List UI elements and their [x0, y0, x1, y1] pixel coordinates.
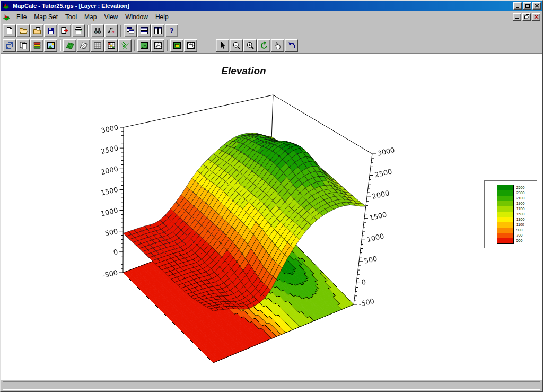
zoom-out-button[interactable]	[230, 39, 243, 52]
menu-item-map-set[interactable]: Map Set	[30, 12, 62, 22]
legend-label-500: 500	[516, 238, 525, 243]
shaded-grid-icon	[66, 41, 74, 50]
print-button[interactable]	[72, 24, 85, 37]
menu-item-file[interactable]: File	[13, 12, 30, 22]
legend-swatch-2100	[497, 196, 513, 201]
folder-page-button[interactable]	[30, 24, 43, 37]
mdi-close-button[interactable]	[532, 13, 540, 21]
copy-map-icon	[19, 41, 28, 50]
menu-bar: FileMap SetToolMapViewWindowHelp	[1, 11, 542, 23]
mdi-minimize-icon	[515, 18, 519, 19]
formula-sqrt-button[interactable]: a	[104, 24, 118, 37]
app-icon[interactable]	[2, 2, 11, 10]
legend-label-2500: 2500	[516, 185, 525, 190]
map-3d-button[interactable]	[3, 39, 16, 52]
zoom-in-icon	[246, 41, 255, 50]
open-folder-icon	[19, 27, 28, 35]
cascade-windows-icon	[126, 27, 135, 35]
mesh-button[interactable]	[118, 39, 132, 52]
menu-item-tool[interactable]: Tool	[62, 12, 81, 22]
gray-grid-button[interactable]	[91, 39, 104, 52]
export-page-icon	[60, 27, 69, 35]
find-binoculars-icon	[93, 27, 102, 35]
gray-grid-icon	[93, 41, 102, 50]
document-system-menu-icon[interactable]	[3, 13, 12, 21]
rotate-button[interactable]	[257, 39, 270, 52]
toolbar-separator	[120, 25, 121, 37]
menu-item-view[interactable]: View	[100, 12, 121, 22]
menu-items: FileMap SetToolMapViewWindowHelp	[13, 12, 172, 22]
legend-label-1300: 1300	[516, 217, 525, 222]
legend: 2500230021001900170015001300110090070050…	[484, 180, 537, 248]
legend-color-bar	[497, 185, 514, 244]
help-icon: ?	[168, 27, 176, 35]
map-solid-hatched-icon	[187, 41, 195, 50]
undo-button[interactable]	[285, 39, 298, 52]
map-2d-button[interactable]	[137, 39, 151, 52]
close-button[interactable]	[532, 2, 541, 10]
document-icon	[3, 13, 11, 21]
map-solid-hatched-button[interactable]	[184, 39, 197, 52]
data-grid-button[interactable]	[104, 39, 118, 52]
legend-swatch-1700	[497, 206, 513, 212]
toolbar-standard: a?	[1, 23, 542, 38]
layers-button[interactable]	[30, 39, 43, 52]
image-button[interactable]	[44, 39, 57, 52]
map-3d-icon	[5, 41, 14, 50]
menu-item-window[interactable]: Window	[121, 12, 152, 22]
minimize-icon	[516, 7, 519, 8]
legend-content: 2500230021001900170015001300110090070050…	[497, 185, 525, 244]
legend-label-700: 700	[516, 233, 525, 238]
toolbar-separator	[87, 25, 89, 37]
zoom-in-button[interactable]	[243, 39, 257, 52]
map-2d-hatched-button[interactable]	[151, 39, 164, 52]
mdi-restore-button[interactable]	[522, 13, 531, 21]
map-solid-icon	[173, 41, 181, 50]
toolbar-map-row	[1, 38, 542, 53]
new-file-button[interactable]	[3, 24, 16, 37]
help-button[interactable]: ?	[165, 24, 178, 37]
legend-label-1500: 1500	[516, 212, 525, 217]
close-icon	[535, 4, 539, 8]
status-bar	[1, 379, 542, 391]
data-grid-icon	[107, 41, 116, 50]
export-page-button[interactable]	[58, 24, 71, 37]
menu-item-map[interactable]: Map	[81, 12, 100, 22]
shaded-grid-button[interactable]	[63, 39, 76, 52]
mapcalc-logo-icon	[2, 2, 10, 10]
copy-map-button[interactable]	[16, 39, 30, 52]
hatched-grid-button[interactable]	[77, 39, 90, 52]
undo-icon	[287, 41, 296, 50]
open-folder-button[interactable]	[16, 24, 30, 37]
toolbar-view-tools	[216, 39, 299, 52]
map-solid-button[interactable]	[170, 39, 183, 52]
find-binoculars-button[interactable]	[91, 24, 104, 37]
tile-horizontal-button[interactable]	[137, 24, 151, 37]
mdi-minimize-button[interactable]	[513, 13, 521, 21]
mdi-window-controls	[513, 13, 540, 21]
menu-item-help[interactable]: Help	[152, 12, 172, 22]
mdi-restore-icon	[524, 14, 529, 19]
toolbar-separator	[60, 40, 61, 51]
toolbar-separator	[134, 40, 135, 51]
legend-swatch-700	[497, 233, 513, 238]
select-arrow-button[interactable]	[216, 39, 229, 52]
tile-vertical-button[interactable]	[151, 24, 164, 37]
legend-swatch-1500	[497, 212, 513, 217]
pan-hand-button[interactable]	[271, 39, 284, 52]
elevation-surface-chart[interactable]	[1, 54, 542, 379]
window-title: MapCalc - Tutor25.rgs - [Layer : Elevati…	[13, 3, 129, 9]
maximize-icon	[525, 4, 530, 8]
minimize-button[interactable]	[513, 2, 522, 10]
cascade-windows-button[interactable]	[124, 24, 137, 37]
legend-label-1900: 1900	[516, 201, 525, 206]
status-message	[3, 381, 540, 390]
toolbar-gap	[198, 45, 216, 46]
toolbar-map-display	[3, 39, 198, 52]
maximize-button[interactable]	[523, 2, 531, 10]
legend-labels: 2500230021001900170015001300110090070050…	[516, 185, 525, 243]
print-icon	[74, 27, 83, 35]
folder-page-icon	[33, 27, 41, 35]
save-button[interactable]	[44, 24, 57, 37]
legend-label-2100: 2100	[516, 196, 525, 201]
